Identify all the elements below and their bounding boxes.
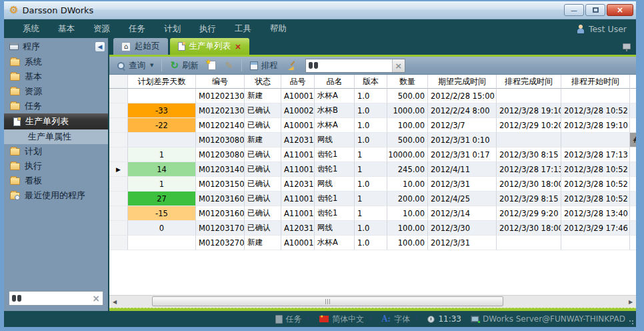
table-row-3[interactable]: M012030801新建A12031网线1.0500.002012/3/31 0… xyxy=(109,133,636,147)
menu-item-2[interactable]: 资源 xyxy=(84,21,119,37)
sidebar-item-label: 最近使用的程序 xyxy=(25,190,85,202)
cell-extra xyxy=(630,118,636,133)
cell-end: 2012/3/29 8:15 xyxy=(497,192,561,206)
edit-button[interactable]: ✎ xyxy=(222,59,237,71)
user-name: Test User xyxy=(589,24,627,34)
cell-code: M012021301 xyxy=(196,89,245,103)
cell-pn: A10001 xyxy=(281,236,315,250)
tab-0[interactable]: ⌂起始页 xyxy=(113,38,168,55)
sidebar-item-5[interactable]: 生产单属性 xyxy=(4,129,108,144)
column-header-8[interactable]: 排程完成时间 xyxy=(497,75,561,89)
statusbar-font-dropdown[interactable]: A: 字体 ▼ xyxy=(381,314,418,325)
cell-ver: 1.0 xyxy=(355,103,387,118)
cell-pn: A11001 xyxy=(281,147,315,162)
cell-name: 齿轮1 xyxy=(315,206,355,221)
cell-name: 齿轮1 xyxy=(315,192,355,206)
scrollbar-thumb[interactable] xyxy=(152,296,503,306)
cell-end: 2012/3/29 9:20 xyxy=(497,206,561,221)
sidebar-item-2[interactable]: 资源 xyxy=(4,84,108,99)
cell-name: 网线 xyxy=(315,221,355,236)
query-button[interactable]: 查询 ▼ xyxy=(113,59,157,73)
scroll-right-icon[interactable]: ▶ xyxy=(625,296,636,308)
column-header-5[interactable]: 版本 xyxy=(355,75,387,89)
column-header-1[interactable]: 编号 xyxy=(196,75,245,89)
table-row-5[interactable]: ▶14M012031402已确认A11001齿轮11245.002012/4/1… xyxy=(109,162,636,177)
menu-item-0[interactable]: 系统 xyxy=(13,21,49,37)
cell-due: 2012/4/11 xyxy=(428,162,497,177)
cell-end: 2012/3/30 8:15 xyxy=(497,147,561,162)
cell-extra: # xyxy=(630,133,636,147)
menu-item-5[interactable]: 执行 xyxy=(190,21,225,37)
column-header-7[interactable]: 期望完成时间 xyxy=(428,75,497,89)
cell-qty: 245.00 xyxy=(387,162,428,177)
maximize-button[interactable] xyxy=(585,4,605,16)
sidebar-item-3[interactable]: 任务 xyxy=(4,99,108,113)
toolbar-separator-2 xyxy=(241,59,242,71)
horizontal-scrollbar[interactable]: ◀ ▶ xyxy=(109,295,636,308)
sidebar-item-9[interactable]: 最近使用的程序 xyxy=(4,188,108,203)
query-label: 查询 xyxy=(129,60,145,71)
sidebar-item-7[interactable]: 执行 xyxy=(4,159,108,174)
cell-pn: A10002 xyxy=(281,103,315,118)
tab-1[interactable]: 生产单列表× xyxy=(170,38,250,55)
toolbar-search-input[interactable] xyxy=(321,61,389,70)
column-header-0[interactable]: 计划差异天数 xyxy=(128,75,196,89)
refresh-button[interactable]: ↻ 刷新 xyxy=(167,59,202,73)
toolbar-search-clear-button[interactable]: × xyxy=(392,59,405,72)
cell-qty: 1000.00 xyxy=(387,103,428,118)
menu-item-4[interactable]: 计划 xyxy=(155,21,190,37)
pin-icon[interactable] xyxy=(623,43,631,49)
menu-item-1[interactable]: 基本 xyxy=(49,21,84,37)
column-header-9[interactable]: 排程开始时间 xyxy=(561,75,630,89)
sidebar-search-box: × xyxy=(9,291,103,306)
column-header-4[interactable]: 品名 xyxy=(315,75,355,89)
table-row-2[interactable]: -22M012021401已确认A10001水杯A1.0100.002012/3… xyxy=(109,118,636,133)
table-row-7[interactable]: 27M012031601已确认A11001齿轮11200.002012/4/25… xyxy=(109,192,636,206)
new-button[interactable]: ★ xyxy=(205,59,219,71)
menu-item-3[interactable]: 任务 xyxy=(119,21,155,37)
clean-button[interactable] xyxy=(284,59,300,71)
minimize-button[interactable]: — xyxy=(564,4,584,16)
menu-item-6[interactable]: 工具 xyxy=(225,21,261,37)
cell-diff: 14 xyxy=(128,162,196,177)
table-row-0[interactable]: M012021301新建A10001水杯A1.0500.002012/2/28 … xyxy=(109,89,636,103)
table-row-6[interactable]: 1M012031501已确认A12031网线1.010.002012/3/312… xyxy=(109,177,636,192)
toolbar: 查询 ▼ ↻ 刷新 ★ ✎ 排程 xyxy=(109,57,636,75)
column-header-3[interactable]: 品号 xyxy=(281,75,315,89)
sidebar-collapse-button[interactable]: ◀ xyxy=(95,41,105,52)
table-row-9[interactable]: 0M012031701已确认A12031网线1.0100.002012/3/30… xyxy=(109,221,636,236)
cell-status: 已确认 xyxy=(245,147,281,162)
close-button[interactable]: × xyxy=(607,4,633,16)
cell-name: 水杯A xyxy=(315,236,355,250)
sidebar-item-0[interactable]: 系统 xyxy=(4,55,108,69)
scroll-left-icon[interactable]: ◀ xyxy=(109,296,120,308)
row-selector xyxy=(109,133,128,147)
sidebar-item-1[interactable]: 基本 xyxy=(4,69,108,84)
statusbar-task-dropdown[interactable]: 任务 ▼ xyxy=(275,314,310,325)
sidebar-search-clear-icon[interactable]: × xyxy=(92,294,100,303)
table-row-8[interactable]: -15M012031602已确认A11001齿轮1110.002012/3/14… xyxy=(109,206,636,221)
cell-status: 已确认 xyxy=(245,206,281,221)
tab-close-icon[interactable]: × xyxy=(235,42,241,51)
menu-item-7[interactable]: 帮助 xyxy=(261,21,296,37)
cell-name: 齿轮1 xyxy=(315,162,355,177)
sidebar-search-input[interactable] xyxy=(24,294,89,303)
statusbar-language-dropdown[interactable]: 简体中文 ▼ xyxy=(319,314,372,325)
column-header-6[interactable]: 数量 xyxy=(387,75,428,89)
schedule-button[interactable]: 排程 xyxy=(247,59,281,73)
table-row-4[interactable]: 1M012030802已确认A11001齿轮1110000.002012/3/3… xyxy=(109,147,636,162)
sidebar-item-4[interactable]: 生产单列表 xyxy=(4,113,108,129)
cell-extra xyxy=(630,177,636,192)
table-row-10[interactable]: M012032701新建A10001水杯A1.0100.002012/3/31 xyxy=(109,236,636,250)
table-row-1[interactable]: -33M012021302已确认A10002水杯B1.01000.002012/… xyxy=(109,103,636,118)
column-header-2[interactable]: 状态 xyxy=(245,75,281,89)
cell-pn: A12031 xyxy=(281,133,315,147)
tab-label: 生产单列表 xyxy=(189,41,231,52)
user-box[interactable]: Test User xyxy=(577,24,629,34)
time-label: 11:33 xyxy=(438,314,461,324)
cell-ver: 1.0 xyxy=(355,89,387,103)
resize-grip[interactable] xyxy=(629,320,634,325)
sidebar-item-8[interactable]: 看板 xyxy=(4,174,108,188)
scrollbar-track[interactable] xyxy=(120,296,625,308)
sidebar-item-6[interactable]: 计划 xyxy=(4,144,108,159)
